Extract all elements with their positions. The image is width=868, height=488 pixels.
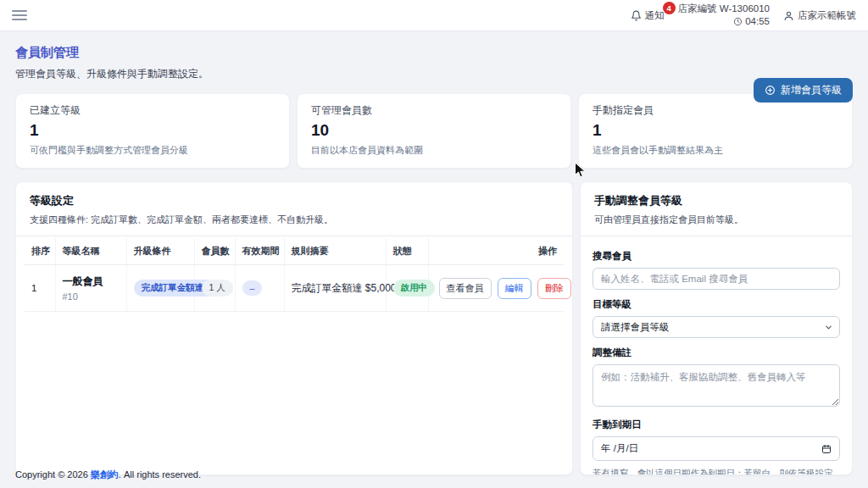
search-member-input[interactable] xyxy=(593,268,840,290)
account-button[interactable]: 店家示範帳號 xyxy=(783,9,856,22)
person-icon xyxy=(783,10,794,21)
validity-badge: – xyxy=(242,280,263,296)
plus-circle-icon xyxy=(765,85,776,96)
cell-condition: 完成訂單金額達標 xyxy=(126,265,194,312)
level-id: #10 xyxy=(63,291,120,302)
expiry-date-input[interactable]: 年 /月/日 xyxy=(593,436,840,461)
table-row: 1 一般會員 #10 完成訂單金額達標 1 人 – xyxy=(25,265,564,312)
copyright-suffix: . All rights reserved. xyxy=(119,469,201,480)
footer: Copyright © 2026 樂創約. All rights reserve… xyxy=(15,469,201,481)
expiry-hint: 若有填寫，會以這個日期作為到期日；若留白，則依等級設定自動計算。 xyxy=(593,467,840,475)
topbar: 通知 4 店家編號 W-1306010 04:55 店家示範帳號 xyxy=(0,0,868,31)
bell-icon xyxy=(631,10,642,21)
stat-desc: 目前以本店會員資料為範圍 xyxy=(311,144,557,157)
note-textarea[interactable] xyxy=(593,364,840,407)
stat-value: 1 xyxy=(593,121,838,140)
col-members: 會員數 xyxy=(194,238,235,265)
levels-panel-header: 等級設定 支援四種條件: 完成訂單數、完成訂單金額、兩者都要達標、不自動升級。 xyxy=(16,182,572,236)
copyright-text: Copyright © 2026 xyxy=(15,469,91,480)
account-label: 店家示範帳號 xyxy=(798,9,856,22)
page-header: 會員制管理 管理會員等級、升級條件與手動調整設定。 新增會員等級 xyxy=(0,31,868,81)
stat-cards: 已建立等級 1 可依門檻與手動調整方式管理會員分級 可管理會員數 10 目前以本… xyxy=(15,93,853,169)
stat-card-manual: 手動指定會員 1 這些會員會以手動調整結果為主 xyxy=(578,93,853,169)
edit-button[interactable]: 編輯 xyxy=(498,278,531,299)
manual-panel-subtitle: 可由管理員直接指定會員目前等級。 xyxy=(594,214,838,226)
stat-label: 已建立等級 xyxy=(30,103,275,118)
cell-order: 1 xyxy=(25,265,55,312)
cell-validity: – xyxy=(235,265,284,312)
calendar-icon xyxy=(821,444,832,454)
note-label: 調整備註 xyxy=(593,347,840,359)
clock-icon xyxy=(733,17,743,26)
levels-table-wrap: 排序 等級名稱 升級條件 會員數 有效期間 規則摘要 狀態 操作 1 一般 xyxy=(16,236,572,312)
manual-panel-title: 手動調整會員等級 xyxy=(594,193,838,208)
col-rule: 規則摘要 xyxy=(284,238,386,265)
cell-actions: 查看會員 編輯 刪除 xyxy=(428,265,564,312)
page-title: 會員制管理 xyxy=(15,45,853,61)
add-level-button[interactable]: 新增會員等級 xyxy=(754,78,853,103)
stat-desc: 這些會員會以手動調整結果為主 xyxy=(593,144,838,157)
expiry-date-label: 手動到期日 xyxy=(593,419,840,431)
notification-count-badge: 4 xyxy=(663,2,676,14)
levels-panel: 等級設定 支援四種條件: 完成訂單數、完成訂單金額、兩者都要達標、不自動升級。 … xyxy=(15,181,573,475)
col-order: 排序 xyxy=(25,238,55,265)
stat-label: 手動指定會員 xyxy=(593,103,838,118)
store-id: 店家編號 W-1306010 xyxy=(678,3,770,15)
view-members-button[interactable]: 查看會員 xyxy=(439,278,492,299)
levels-panel-subtitle: 支援四種條件: 完成訂單數、完成訂單金額、兩者都要達標、不自動升級。 xyxy=(30,214,559,226)
cell-name: 一般會員 #10 xyxy=(55,265,126,312)
levels-table: 排序 等級名稱 升級條件 會員數 有效期間 規則摘要 狀態 操作 1 一般 xyxy=(25,238,564,312)
delete-button[interactable]: 刪除 xyxy=(537,278,571,299)
stat-value: 10 xyxy=(311,121,557,140)
notification-label: 通知 xyxy=(645,9,665,22)
table-header-row: 排序 等級名稱 升級條件 會員數 有效期間 規則摘要 狀態 操作 xyxy=(25,238,564,265)
brand-link[interactable]: 樂創約 xyxy=(91,469,119,480)
main-content: 等級設定 支援四種條件: 完成訂單數、完成訂單金額、兩者都要達標、不自動升級。 … xyxy=(15,181,853,475)
stat-card-members: 可管理會員數 10 目前以本店會員資料為範圍 xyxy=(297,93,571,169)
manual-panel-header: 手動調整會員等級 可由管理員直接指定會員目前等級。 xyxy=(581,182,852,236)
expiry-date-value: 年 /月/日 xyxy=(601,442,638,455)
stat-label: 可管理會員數 xyxy=(311,103,557,118)
store-info: 店家編號 W-1306010 04:55 xyxy=(678,3,770,28)
page-subtitle: 管理會員等級、升級條件與手動調整設定。 xyxy=(15,67,853,81)
member-count-badge: 1 人 xyxy=(202,280,233,297)
manual-adjust-form: 搜尋會員 目標等級 請選擇會員等級 調整備註 手動到期日 年 /月/日 若有填寫… xyxy=(581,236,852,475)
hamburger-menu-icon[interactable] xyxy=(12,10,27,20)
status-badge: 啟用中 xyxy=(393,280,436,297)
target-level-select-wrap: 請選擇會員等級 xyxy=(593,316,840,338)
levels-panel-title: 等級設定 xyxy=(30,193,559,208)
notification-button[interactable]: 通知 4 xyxy=(631,9,665,22)
target-level-select[interactable]: 請選擇會員等級 xyxy=(593,316,840,338)
search-member-label: 搜尋會員 xyxy=(593,250,840,263)
col-validity: 有效期間 xyxy=(235,238,284,265)
stat-value: 1 xyxy=(30,121,275,140)
manual-adjust-panel: 手動調整會員等級 可由管理員直接指定會員目前等級。 搜尋會員 目標等級 請選擇會… xyxy=(580,181,853,475)
col-name: 等級名稱 xyxy=(55,238,126,265)
stat-card-levels: 已建立等級 1 可依門檻與手動調整方式管理會員分級 xyxy=(15,93,290,169)
cell-rule: 完成訂單金額達 $5,000 xyxy=(284,265,386,312)
col-actions: 操作 xyxy=(428,238,564,265)
stat-desc: 可依門檻與手動調整方式管理會員分級 xyxy=(30,144,275,157)
session-time: 04:55 xyxy=(745,15,770,28)
col-condition: 升級條件 xyxy=(126,238,194,265)
target-level-label: 目標等級 xyxy=(593,298,840,311)
rule-summary: 完成訂單金額達 $5,000 xyxy=(292,282,397,294)
level-name: 一般會員 xyxy=(63,274,120,289)
col-status: 狀態 xyxy=(386,238,428,265)
